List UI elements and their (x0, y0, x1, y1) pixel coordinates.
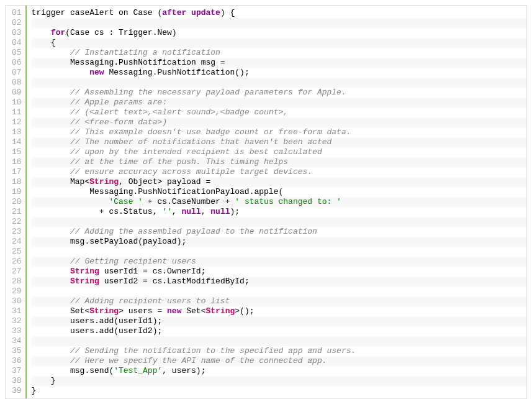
line-number: 35 (12, 346, 22, 356)
token-plain: + cs.CaseNumber + (143, 197, 235, 206)
line-number: 33 (12, 326, 22, 336)
line-number: 28 (12, 277, 22, 287)
code-line: // Sending the notification to the speci… (32, 346, 526, 356)
code-line: // Getting recipient users (32, 257, 526, 267)
token-plain: Messaging.PushNotification msg = (32, 58, 225, 67)
line-number: 20 (12, 197, 22, 207)
token-plain: users.add(userId1); (32, 316, 163, 326)
code-line: // (<alert text>,<alert sound>,<badge co… (32, 108, 526, 117)
code-line: // ensure accuracy across multiple targe… (32, 167, 526, 177)
code-line: // Adding recipient users to list (32, 296, 526, 306)
token-plain: userId1 = cs.OwnerId; (99, 267, 206, 276)
line-number: 36 (12, 356, 22, 366)
token-plain: >(); (235, 306, 254, 316)
code-line: // Here we specify the API name of the c… (32, 356, 526, 366)
code-line: + cs.Status, '', null, null); (32, 207, 526, 217)
line-number: 27 (12, 267, 22, 277)
code-line: 'Case ' + cs.CaseNumber + ' status chang… (32, 197, 526, 207)
code-line: msg.send('Test_App', users); (32, 366, 526, 376)
token-plain (32, 197, 109, 206)
line-number: 07 (12, 68, 22, 78)
token-keyword-purple: update (191, 8, 220, 17)
code-block: 0102030405060708091011121314151617181920… (5, 5, 527, 399)
token-plain (32, 356, 70, 365)
token-type: String (89, 306, 119, 316)
token-plain: ); (230, 207, 240, 216)
line-number: 03 (12, 28, 22, 38)
code-line (32, 247, 526, 257)
line-number: 08 (12, 78, 22, 88)
token-comment: // The number of notifications that have… (70, 137, 331, 147)
line-number: 25 (12, 247, 22, 257)
token-plain (32, 127, 70, 137)
code-line: { (32, 38, 526, 48)
code-line (32, 78, 526, 88)
token-comment: // Getting recipient users (70, 257, 196, 266)
code-line: // Adding the assembled payload to the n… (32, 227, 526, 237)
token-plain: Map< (32, 177, 90, 186)
code-line: Messaging.PushNotification msg = (32, 58, 526, 68)
token-plain (32, 88, 70, 97)
token-plain: Messaging.PushNotificationPayload.apple( (32, 187, 284, 196)
token-keyword-purple: new (89, 68, 104, 77)
code-line (32, 287, 526, 296)
line-number: 11 (12, 108, 22, 117)
line-number: 29 (12, 287, 22, 296)
token-type: String (89, 177, 119, 186)
token-plain (32, 167, 70, 177)
token-plain (32, 108, 70, 117)
line-number: 19 (12, 187, 22, 197)
token-string: ' status changed to: ' (235, 197, 341, 206)
line-number: 02 (12, 18, 22, 28)
token-plain: userId2 = cs.LastModifiedById; (99, 277, 250, 286)
token-string: '' (162, 207, 172, 216)
code-line: msg.setPayload(payload); (32, 237, 526, 247)
token-plain: (Case cs : Trigger.New) (65, 28, 176, 37)
line-number: 06 (12, 58, 22, 68)
line-number: 34 (12, 336, 22, 346)
token-plain (32, 98, 70, 107)
token-type: String (205, 306, 235, 316)
token-plain: Set< (181, 306, 205, 316)
line-number: 05 (12, 48, 22, 58)
token-plain (32, 296, 70, 306)
token-plain (32, 157, 70, 167)
line-number: 24 (12, 237, 22, 247)
line-number: 15 (12, 147, 22, 157)
token-plain: msg.send( (32, 366, 114, 375)
code-line: users.add(userId2); (32, 326, 526, 336)
line-number: 26 (12, 257, 22, 267)
line-number: 37 (12, 366, 22, 376)
code-line (32, 18, 526, 28)
code-line: Set<String> users = new Set<String>(); (32, 306, 526, 316)
token-comment: // Assembling the necessary payload para… (70, 88, 346, 97)
code-line: String userId1 = cs.OwnerId; (32, 267, 526, 277)
code-line (32, 336, 526, 346)
token-type: String (70, 267, 99, 276)
line-number: 12 (12, 117, 22, 127)
token-plain: + cs.Status, (32, 207, 163, 216)
line-number: 32 (12, 316, 22, 326)
code-content: trigger caseAlert on Case (after update)… (27, 6, 526, 398)
code-line: Map<String, Object> payload = (32, 177, 526, 187)
line-number: 31 (12, 306, 22, 316)
line-number: 38 (12, 376, 22, 386)
line-number: 39 (12, 386, 22, 396)
token-plain: Messaging.PushNotification(); (104, 68, 250, 77)
token-plain (32, 28, 51, 37)
token-comment: // Adding recipient users to list (70, 296, 230, 306)
token-plain (32, 346, 70, 355)
code-line: // Assembling the necessary payload para… (32, 88, 526, 98)
line-number: 10 (12, 98, 22, 108)
token-plain (32, 227, 70, 236)
token-plain: } (32, 386, 37, 395)
token-plain: { (32, 38, 56, 47)
token-keyword-purple: for (51, 28, 65, 37)
token-plain (32, 267, 70, 276)
code-line: // The number of notifications that have… (32, 137, 526, 147)
code-line: // This example doesn't use badge count … (32, 127, 526, 137)
line-number: 14 (12, 137, 22, 147)
token-plain (32, 137, 70, 147)
code-line: users.add(userId1); (32, 316, 526, 326)
token-plain (32, 257, 70, 266)
